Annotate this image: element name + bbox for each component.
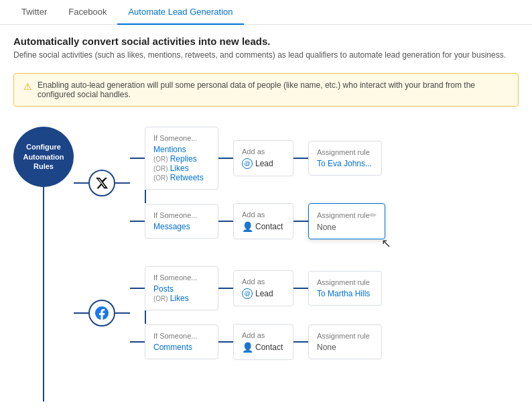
twitter-branch1-assignment[interactable]: Assignment rule To Eva Johns...: [308, 141, 382, 176]
diagram-area: ConfigureAutomationRules: [0, 113, 532, 415]
trigger-posts[interactable]: Posts: [153, 284, 210, 294]
config-circle[interactable]: ConfigureAutomationRules: [13, 127, 74, 187]
facebook-circle: [88, 300, 115, 326]
trigger-fb-likes[interactable]: Likes: [170, 294, 189, 303]
warning-icon: ⚠: [23, 81, 32, 92]
twitter-branch2-addas: Add as 👤 Contact: [233, 203, 293, 239]
twitter-branch2-assignment[interactable]: Assignment rule ✏ None ↖: [308, 203, 385, 239]
trigger-likes[interactable]: Likes: [170, 164, 189, 173]
trigger-comments[interactable]: Comments: [153, 343, 210, 352]
tabs-container: Twitter Facebook Automate Lead Generatio…: [0, 0, 532, 25]
trigger-mentions[interactable]: Mentions: [153, 145, 210, 154]
twitter-branch1-addas-value: Lead: [255, 159, 273, 168]
facebook-branch2-assignment[interactable]: Assignment rule None: [308, 324, 382, 359]
facebook-branch2-addas-value: Contact: [255, 343, 283, 352]
twitter-branch1-addas: Add as @ Lead: [233, 140, 293, 176]
twitter-circle: [88, 170, 115, 196]
facebook-branch2-assignment-value: None: [317, 343, 373, 352]
contact-icon: 👤: [242, 221, 253, 232]
facebook-branch1-addas: Add as @ Lead: [233, 270, 293, 306]
edit-icon[interactable]: ✏: [370, 211, 377, 220]
cursor-icon: ↖: [381, 236, 391, 251]
warning-text: Enabling auto-lead generation will pull …: [38, 80, 509, 99]
trigger-retweets[interactable]: Retweets: [170, 173, 204, 182]
twitter-branch2-addas-value: Contact: [255, 222, 283, 231]
fb-lead-icon: @: [242, 288, 253, 299]
facebook-branch1-assignment-value: To Martha Hills: [317, 289, 373, 298]
twitter-branch1-assignment-value: To Eva Johns...: [317, 159, 373, 168]
trigger-replies[interactable]: Replies: [170, 154, 197, 164]
page-subtitle: Define social activities (such as likes,…: [13, 50, 519, 61]
facebook-branch2-addas: Add as 👤 Contact: [233, 324, 293, 360]
twitter-branch2-assignment-value: None: [317, 223, 377, 232]
twitter-branch2-trigger: If Someone... Messages: [145, 204, 218, 239]
warning-banner: ⚠ Enabling auto-lead generation will pul…: [13, 73, 519, 107]
facebook-branch1-addas-value: Lead: [255, 289, 273, 298]
fb-contact-icon: 👤: [242, 342, 253, 353]
tab-automate[interactable]: Automate Lead Generation: [117, 0, 243, 25]
facebook-branch1-assignment[interactable]: Assignment rule To Martha Hills: [308, 271, 382, 306]
facebook-branch1-trigger: If Someone... Posts (OR)Likes: [145, 266, 218, 310]
tab-facebook[interactable]: Facebook: [58, 0, 117, 25]
config-label: ConfigureAutomationRules: [23, 142, 64, 171]
twitter-branch1-trigger: If Someone... Mentions (OR)Replies (OR)L…: [145, 127, 218, 190]
header-section: Automatically convert social activities …: [0, 25, 532, 66]
page-title: Automatically convert social activities …: [13, 36, 519, 47]
facebook-branch2-trigger: If Someone... Comments: [145, 324, 218, 359]
trigger-messages[interactable]: Messages: [153, 222, 210, 231]
tab-twitter[interactable]: Twitter: [11, 0, 58, 25]
lead-icon: @: [242, 158, 253, 169]
